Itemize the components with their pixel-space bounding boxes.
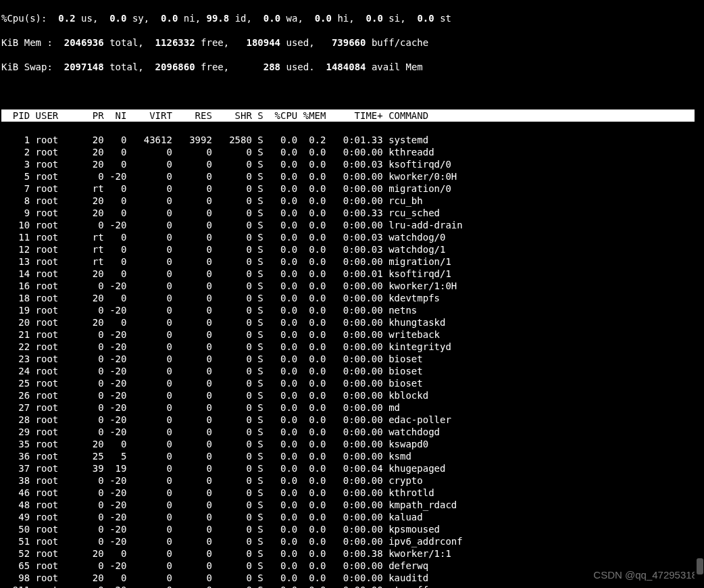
process-row: 25 root 0 -20 0 0 0 S 0.0 0.0 0:00.00 bi… [1, 377, 703, 389]
process-row: 38 root 0 -20 0 0 0 S 0.0 0.0 0:00.00 cr… [1, 474, 703, 487]
process-row: 46 root 0 -20 0 0 0 S 0.0 0.0 0:00.00 kt… [1, 487, 703, 499]
process-row: 26 root 0 -20 0 0 0 S 0.0 0.0 0:00.00 kb… [1, 389, 703, 401]
process-row: 14 root 20 0 0 0 0 S 0.0 0.0 0:00.01 kso… [1, 268, 703, 280]
process-row: 5 root 0 -20 0 0 0 S 0.0 0.0 0:00.00 kwo… [1, 170, 703, 182]
column-header[interactable]: PID USER PR NI VIRT RES SHR S %CPU %MEM … [1, 109, 703, 122]
process-row: 20 root 20 0 0 0 0 S 0.0 0.0 0:00.00 khu… [1, 316, 703, 328]
blank-line [1, 85, 703, 97]
cpu-line: %Cpu(s): 0.2 us, 0.0 sy, 0.0 ni, 99.8 id… [1, 12, 703, 24]
process-row: 27 root 0 -20 0 0 0 S 0.0 0.0 0:00.00 md [1, 401, 703, 414]
process-row: 18 root 20 0 0 0 0 S 0.0 0.0 0:00.00 kde… [1, 292, 703, 304]
process-row: 24 root 0 -20 0 0 0 S 0.0 0.0 0:00.00 bi… [1, 365, 703, 377]
process-row: 11 root rt 0 0 0 0 S 0.0 0.0 0:00.03 wat… [1, 231, 703, 243]
swap-line: KiB Swap: 2097148 total, 2096860 free, 2… [1, 61, 703, 73]
process-row: 2 root 20 0 0 0 0 S 0.0 0.0 0:00.00 kthr… [1, 146, 703, 158]
process-row: 7 root rt 0 0 0 0 S 0.0 0.0 0:00.00 migr… [1, 182, 703, 195]
process-row: 8 root 20 0 0 0 0 S 0.0 0.0 0:00.00 rcu_… [1, 195, 703, 207]
process-row: 50 root 0 -20 0 0 0 S 0.0 0.0 0:00.00 kp… [1, 523, 703, 535]
process-row: 52 root 20 0 0 0 0 S 0.0 0.0 0:00.38 kwo… [1, 547, 703, 560]
process-list: 1 root 20 0 43612 3992 2580 S 0.0 0.2 0:… [1, 134, 703, 588]
process-row: 51 root 0 -20 0 0 0 S 0.0 0.0 0:00.00 ip… [1, 535, 703, 547]
process-row: 3 root 20 0 0 0 0 S 0.0 0.0 0:00.03 ksof… [1, 158, 703, 170]
process-row: 10 root 0 -20 0 0 0 S 0.0 0.0 0:00.00 lr… [1, 219, 703, 231]
process-row: 35 root 20 0 0 0 0 S 0.0 0.0 0:00.00 ksw… [1, 438, 703, 450]
process-row: 29 root 0 -20 0 0 0 S 0.0 0.0 0:00.00 wa… [1, 426, 703, 438]
process-row: 28 root 0 -20 0 0 0 S 0.0 0.0 0:00.00 ed… [1, 414, 703, 426]
terminal[interactable]: %Cpu(s): 0.2 us, 0.0 sy, 0.0 ni, 99.8 id… [0, 0, 704, 588]
scroll-thumb[interactable] [697, 558, 703, 574]
scrollbar[interactable] [695, 0, 704, 588]
process-row: 16 root 0 -20 0 0 0 S 0.0 0.0 0:00.00 kw… [1, 280, 703, 292]
process-row: 48 root 0 -20 0 0 0 S 0.0 0.0 0:00.00 km… [1, 499, 703, 511]
process-row: 49 root 0 -20 0 0 0 S 0.0 0.0 0:00.00 ka… [1, 511, 703, 523]
process-row: 12 root rt 0 0 0 0 S 0.0 0.0 0:00.03 wat… [1, 243, 703, 255]
process-row: 911 root 0 -20 0 0 0 S 0.0 0.0 0:00.00 a… [1, 584, 703, 588]
mem-line: KiB Mem : 2046936 total, 1126332 free, 1… [1, 36, 703, 49]
process-row: 36 root 25 5 0 0 0 S 0.0 0.0 0:00.00 ksm… [1, 450, 703, 462]
watermark: CSDN @qq_47295318 [593, 569, 697, 581]
process-row: 9 root 20 0 0 0 0 S 0.0 0.0 0:00.33 rcu_… [1, 207, 703, 219]
process-row: 37 root 39 19 0 0 0 S 0.0 0.0 0:00.04 kh… [1, 462, 703, 474]
process-row: 19 root 0 -20 0 0 0 S 0.0 0.0 0:00.00 ne… [1, 304, 703, 316]
process-row: 1 root 20 0 43612 3992 2580 S 0.0 0.2 0:… [1, 134, 703, 146]
process-row: 22 root 0 -20 0 0 0 S 0.0 0.0 0:00.00 ki… [1, 341, 703, 353]
process-row: 13 root rt 0 0 0 0 S 0.0 0.0 0:00.00 mig… [1, 255, 703, 268]
process-row: 23 root 0 -20 0 0 0 S 0.0 0.0 0:00.00 bi… [1, 353, 703, 365]
process-row: 21 root 0 -20 0 0 0 S 0.0 0.0 0:00.00 wr… [1, 328, 703, 341]
